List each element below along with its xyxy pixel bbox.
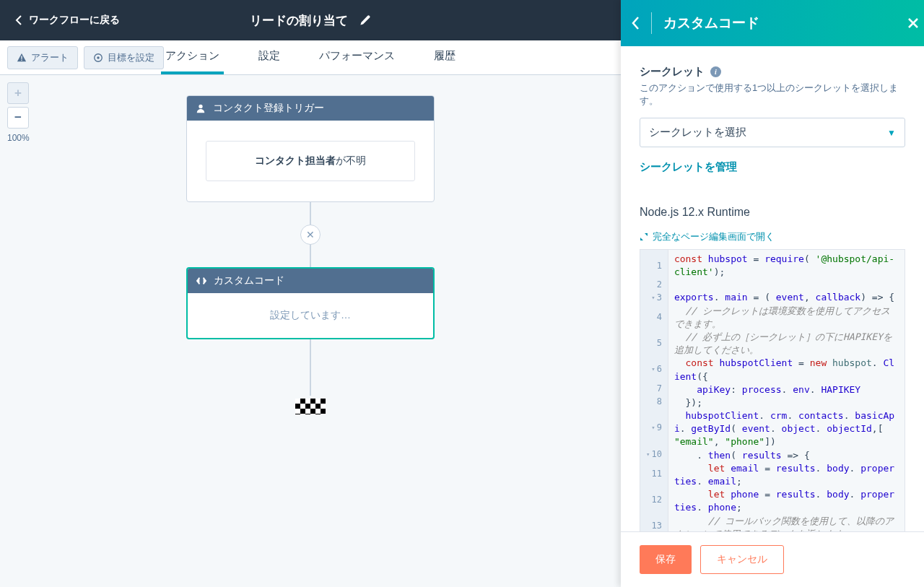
close-icon (907, 17, 920, 30)
panel-close-button[interactable] (902, 0, 924, 46)
zoom-in-button: + (7, 82, 29, 104)
panel-header: カスタムコード (621, 0, 924, 46)
secrets-label: シークレット i (640, 65, 905, 79)
svg-point-4 (199, 105, 202, 108)
panel-title: カスタムコード (663, 14, 759, 32)
svg-point-3 (97, 56, 100, 59)
flow-connector (310, 339, 311, 396)
custom-code-body: 設定しています… (188, 293, 433, 338)
back-label: ワークフローに戻る (29, 14, 120, 27)
trigger-condition[interactable]: コンタクト担当者が不明 (206, 141, 415, 181)
custom-code-node[interactable]: カスタムコード 設定しています… (186, 267, 435, 339)
workflow-title: リードの割り当て (250, 12, 348, 29)
workflow-header: ワークフローに戻る リードの割り当て (0, 0, 621, 40)
tab-0[interactable]: アクション (161, 40, 224, 74)
alerts-button[interactable]: アラート (7, 46, 78, 69)
tab-2[interactable]: パフォーマンス (315, 40, 399, 74)
panel-back-button[interactable] (631, 16, 640, 30)
chevron-down-icon: ▼ (887, 128, 896, 138)
zoom-level: 100% (7, 133, 30, 143)
svg-rect-0 (21, 56, 22, 58)
expand-icon (640, 232, 648, 241)
manage-secrets-link[interactable]: シークレットを管理 (640, 160, 737, 174)
tab-1[interactable]: 設定 (254, 40, 284, 74)
secrets-select[interactable]: シークレットを選択 ▼ (640, 118, 905, 147)
warning-icon (17, 53, 27, 63)
runtime-label: Node.js 12.x Runtime (640, 206, 905, 219)
save-button[interactable]: 保存 (640, 545, 692, 574)
custom-code-title: カスタムコード (214, 274, 284, 287)
secrets-description: このアクションで使用する1つ以上のシークレットを選択します。 (640, 82, 905, 108)
workflow-canvas[interactable]: + − 100% コンタクト登録トリガー コンタクト担当者が不明 (0, 75, 621, 587)
open-full-editor-link[interactable]: 完全なページ編集画面で開く (640, 230, 905, 243)
divider (651, 12, 652, 34)
back-to-workflows[interactable]: ワークフローに戻る (13, 14, 120, 27)
trigger-node[interactable]: コンタクト登録トリガー コンタクト担当者が不明 (186, 95, 435, 202)
chevron-left-icon (631, 16, 640, 30)
zoom-out-button[interactable]: − (7, 107, 29, 129)
side-panel: カスタムコード シークレット i このアクションで使用する1つ以上のシークレット… (621, 0, 924, 587)
tab-3[interactable]: 履歴 (430, 40, 460, 74)
flow-connector (310, 244, 311, 267)
panel-footer: 保存 キャンセル (621, 531, 924, 587)
finish-flag-icon (295, 399, 326, 414)
flow-connector (310, 202, 311, 225)
code-editor[interactable]: 12▾345▾678▾9▾1011121314 const hubspot = … (640, 249, 905, 531)
workflow-tabs: アクション設定パフォーマンス履歴 (161, 40, 460, 74)
remove-action-button[interactable]: ✕ (300, 225, 321, 245)
code-icon (196, 276, 206, 286)
pencil-icon[interactable] (359, 14, 371, 26)
workflow-toolbar: アラート 目標を設定 アクション設定パフォーマンス履歴 (0, 40, 621, 75)
set-goal-button[interactable]: 目標を設定 (84, 46, 164, 69)
cancel-button[interactable]: キャンセル (700, 545, 784, 574)
chevron-left-icon (13, 14, 25, 26)
target-icon (93, 53, 103, 63)
trigger-title: コンタクト登録トリガー (213, 102, 324, 115)
info-icon[interactable]: i (710, 66, 721, 77)
contact-icon (196, 103, 206, 113)
svg-rect-1 (21, 59, 22, 60)
